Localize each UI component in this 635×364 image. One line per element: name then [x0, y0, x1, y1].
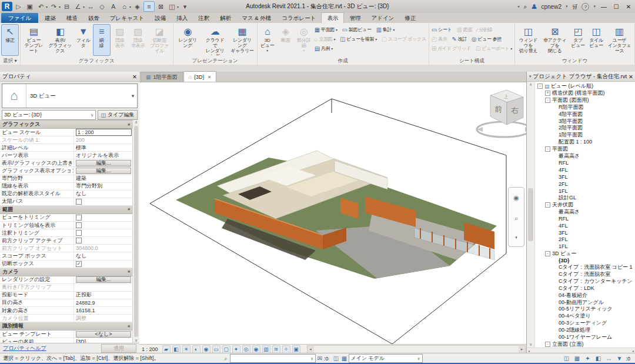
- signin-user[interactable]: cpnew2: [542, 4, 562, 10]
- tree-item[interactable]: -平面図 (図面用): [535, 97, 635, 104]
- expand-icon[interactable]: +: [545, 91, 550, 96]
- property-checkbox[interactable]: [76, 230, 82, 236]
- ribbon-tab-0[interactable]: ファイル: [1, 13, 38, 23]
- apply-button[interactable]: 適用: [101, 344, 136, 353]
- tree-item[interactable]: -3D ビュー: [535, 250, 635, 257]
- collapse-icon[interactable]: -: [545, 146, 550, 152]
- tree-item[interactable]: RFL: [535, 215, 635, 222]
- ribbon-tab-10[interactable]: コラボレート: [276, 13, 321, 23]
- property-value[interactable]: オリジナルを表示: [73, 152, 133, 159]
- measure-icon[interactable]: ∠: [73, 2, 83, 11]
- ribbon-button-改訂[interactable]: ✎改訂: [450, 35, 468, 44]
- project-browser-hscrollbar[interactable]: ◂▸: [527, 348, 635, 353]
- reveal-constraints-icon[interactable]: ✧: [282, 345, 290, 353]
- worksharing-display-icon[interactable]: ▣: [292, 345, 300, 353]
- property-value[interactable]: [73, 284, 133, 291]
- project-browser-close-icon[interactable]: ✕: [629, 74, 633, 80]
- measure-icon-dropdown[interactable]: ▾: [83, 5, 85, 9]
- property-value[interactable]: 標準: [73, 144, 133, 151]
- ribbon-button-フィルタ[interactable]: ▼フィルタ: [75, 24, 92, 56]
- show-crop-icon[interactable]: ▢: [222, 345, 230, 353]
- ribbon-button-タブビュー[interactable]: ◰タブ ビュー: [569, 24, 587, 56]
- ribbon-button-レンダリング[interactable]: ◉レンダリング: [175, 24, 201, 56]
- properties-scrollbar[interactable]: ∧∨: [132, 120, 139, 343]
- property-value[interactable]: 16158.1: [73, 307, 133, 314]
- user-dropdown-icon[interactable]: ▾: [566, 4, 568, 9]
- property-value[interactable]: 専門分野別: [73, 183, 133, 190]
- print-icon[interactable]: ⊟: [62, 2, 72, 11]
- ribbon-button-ビューテンプレート[interactable]: ▤ビュー テンプレート▾: [22, 24, 46, 56]
- property-checkbox[interactable]: [76, 222, 82, 228]
- property-value[interactable]: なし: [73, 191, 133, 198]
- zoom-icon[interactable]: ⌕: [514, 215, 518, 222]
- tree-item[interactable]: RFL: [535, 159, 635, 166]
- temporary-view-properties-icon[interactable]: ▥: [262, 345, 270, 353]
- property-value[interactable]: なし: [73, 252, 133, 259]
- close-view-tab-icon[interactable]: ×: [208, 74, 211, 80]
- help-icon[interactable]: ?: [581, 3, 589, 11]
- ribbon-tab-4[interactable]: プレキャスト: [105, 13, 149, 23]
- sun-path-icon[interactable]: ☀: [182, 345, 190, 353]
- status-search-combo[interactable]: ∨: [230, 354, 316, 363]
- property-value[interactable]: 建築: [73, 175, 133, 182]
- ribbon-button-クラウドでレンダリング[interactable]: ☁クラウドで レンダリング: [202, 24, 228, 56]
- reveal-hidden-elements-icon[interactable]: ◉: [252, 345, 260, 353]
- default-3d-view-icon-dropdown[interactable]: ▾: [129, 5, 131, 9]
- select-underlay-toggle[interactable]: ▦: [573, 355, 581, 362]
- edit-type-button[interactable]: ◫ タイプ編集: [98, 110, 138, 120]
- property-checkbox[interactable]: ✓: [76, 261, 82, 267]
- property-section[interactable]: 範囲∗: [0, 206, 133, 214]
- select-by-face-toggle[interactable]: ◧: [594, 355, 602, 362]
- ribbon-tab-9[interactable]: マス & 外構: [236, 13, 276, 23]
- tree-item[interactable]: -▤ビュー (レベル順): [535, 83, 635, 90]
- property-section[interactable]: 識別情報∗: [0, 322, 133, 330]
- tree-item[interactable]: 4階平面図: [535, 111, 635, 118]
- ribbon-button-凡例[interactable]: ▤凡例▾: [313, 44, 334, 53]
- ribbon-tab-3[interactable]: 鉄骨: [83, 13, 105, 23]
- detail-level-icon[interactable]: ▰: [162, 345, 171, 353]
- section-icon[interactable]: ◈: [132, 2, 142, 11]
- ribbon-tab-1[interactable]: 建築: [39, 13, 61, 23]
- property-value[interactable]: {3D}: [73, 338, 133, 343]
- tree-item[interactable]: 最高高さ: [535, 208, 635, 215]
- tree-item[interactable]: R階平面図: [535, 104, 635, 111]
- horizontal-scrollbar[interactable]: ◂▸: [307, 345, 526, 353]
- ribbon-button-製図ビュー[interactable]: ▭製図ビュー: [341, 25, 373, 34]
- close-hidden-windows-icon[interactable]: ⊠: [156, 2, 166, 11]
- select-links-toggle[interactable]: ◫: [562, 355, 570, 362]
- tree-item[interactable]: 配置図 1 : 100: [535, 139, 635, 146]
- properties-close-icon[interactable]: ✕: [132, 74, 137, 80]
- design-options-combo[interactable]: メイン モデル∨: [349, 354, 423, 363]
- tree-item[interactable]: Cタイプ：洗面脱衣室 コピー 1: [535, 264, 635, 271]
- ribbon-tab-2[interactable]: 構造: [61, 13, 83, 23]
- instance-selector-combo[interactable]: 3D ビュー: {3D}∨: [2, 110, 96, 120]
- collapse-icon[interactable]: -: [545, 251, 550, 256]
- property-edit-button[interactable]: <なし>: [76, 331, 131, 338]
- tree-item[interactable]: Cタイプ：洗面脱衣室: [535, 271, 635, 278]
- tree-item[interactable]: 00-2隠線処理: [535, 327, 635, 334]
- tree-item[interactable]: 00-1ワイヤーフレーム: [535, 333, 635, 340]
- ribbon-button-修正[interactable]: ↖修正: [1, 24, 19, 56]
- tree-item[interactable]: -平面図: [535, 146, 635, 153]
- maximize-button[interactable]: ☐: [612, 4, 620, 10]
- select-pinned-toggle[interactable]: ✦: [583, 355, 591, 362]
- property-value[interactable]: 調整: [73, 315, 133, 322]
- navigation-bar[interactable]: ◉ ⌕ ▾: [508, 187, 524, 247]
- search-icon[interactable]: ⌕: [523, 3, 527, 11]
- switch-windows-icon-dropdown[interactable]: ▾: [177, 5, 179, 9]
- scale-button[interactable]: 1 : 200: [142, 346, 158, 352]
- ribbon-button-シート[interactable]: ▭シート: [430, 25, 453, 34]
- collapse-icon[interactable]: -: [537, 84, 543, 89]
- ribbon-tab-13[interactable]: アドイン: [366, 13, 399, 23]
- property-edit-button[interactable]: 編集...: [76, 276, 131, 283]
- ribbon-tab-6[interactable]: 挿入: [171, 13, 193, 23]
- worksets-icon[interactable]: ◫: [332, 355, 340, 362]
- ribbon-button-ユーザインタフェース[interactable]: ▥ユーザ インタフェース▾: [606, 24, 633, 56]
- property-input[interactable]: 1 : 200: [76, 129, 132, 136]
- tree-item[interactable]: 00-5リアリスティック: [535, 306, 635, 313]
- ribbon-tab-5[interactable]: 設備: [149, 13, 171, 23]
- tree-item[interactable]: 4FL: [535, 166, 635, 173]
- tree-item[interactable]: 00-4ベタ塗り: [535, 313, 635, 320]
- tree-item[interactable]: 最高高さ: [535, 152, 635, 159]
- thin-lines-icon[interactable]: ≡: [143, 1, 155, 12]
